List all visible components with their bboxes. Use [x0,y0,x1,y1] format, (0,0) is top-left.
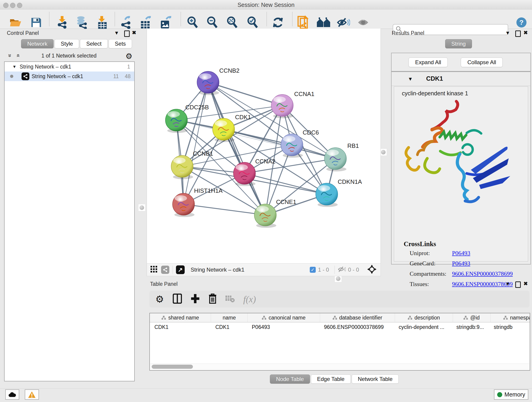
zoom-in-icon[interactable] [186,16,198,30]
table-options-gear-icon[interactable]: ⚙ [155,294,164,305]
table-panel-float-icon[interactable] [515,281,521,288]
tab-sets[interactable]: Sets [109,39,132,48]
crosslink-value-link[interactable]: P06493 [452,250,470,256]
svg-text:?: ? [519,19,524,26]
tab-network-table[interactable]: Network Table [352,375,399,384]
column-header-shared-name[interactable]: shared name [150,313,211,322]
results-panel-close-icon[interactable]: ✖ [524,30,528,36]
expand-all-button[interactable]: Expand All [409,57,448,67]
open-session-icon[interactable] [10,17,22,28]
export-image-icon[interactable] [160,16,172,30]
table-cell: stringdb [489,322,530,332]
control-panel-menu-icon[interactable]: ▼ [114,30,119,36]
column-header--id[interactable]: @id [453,313,491,322]
cloud-icon [8,392,17,397]
zoom-fit-icon[interactable] [226,16,238,30]
tab-style[interactable]: Style [55,39,79,48]
tab-string[interactable]: String [445,39,472,48]
network-edge[interactable] [208,82,265,215]
control-panel-float-icon[interactable] [124,31,130,37]
create-column-icon[interactable] [191,294,200,305]
grid-view-icon[interactable] [151,266,157,274]
column-header-canonical-name[interactable]: canonical name [248,313,320,322]
network-node-cdc25b[interactable] [165,109,187,133]
control-panel-close-icon[interactable]: ✖ [132,30,136,36]
warning-status-button[interactable] [25,389,39,400]
apply-layout-icon[interactable] [272,17,284,29]
tab-network[interactable]: Network [21,39,54,48]
table-panel-menu-icon[interactable]: ▼ [505,281,510,287]
table-row[interactable]: CDK1CDK1P064939606.ENSP00000378699cyclin… [150,322,530,332]
column-header-database-identifier[interactable]: database identifier [320,313,395,322]
network-label: String Network – cdk1 [32,73,114,80]
column-header-namespace[interactable]: namespace [491,313,530,322]
network-icon-gray[interactable] [161,266,169,274]
network-edge[interactable] [184,82,208,204]
tab-node-table[interactable]: Node Table [270,375,310,384]
show-all-icon[interactable] [357,17,370,28]
network-node-ccna2[interactable] [234,162,255,186]
collapse-all-button[interactable]: Collapse All [461,57,503,67]
network-node-cdc6[interactable] [281,134,303,158]
memory-status-button[interactable]: Memory [494,389,528,400]
network-collection-row[interactable]: ▼ String Network – cdk1 1 [5,62,134,71]
scrollbar-thumb[interactable] [152,365,193,369]
cloud-status-button[interactable] [5,389,19,400]
network-list: ▼ String Network – cdk1 1 String Network… [4,61,135,381]
minimize-window-button[interactable] [10,3,15,8]
results-entry-header[interactable]: ▼ CDK1 [392,72,530,86]
table-horizontal-scrollbar[interactable] [150,364,529,370]
network-edge[interactable] [208,82,282,105]
column-header-description[interactable]: description [395,313,453,322]
network-row[interactable]: String Network – cdk1 11 48 [5,71,134,81]
show-columns-icon[interactable] [173,294,182,305]
clone-network-icon[interactable] [297,16,309,30]
column-header-name[interactable]: name [211,313,248,322]
table-panel-title: Table Panel [150,281,177,287]
hide-selected-icon[interactable] [337,17,350,29]
zoom-selected-icon[interactable] [247,16,259,30]
zoom-out-icon[interactable] [206,16,218,30]
results-panel-menu-icon[interactable]: ▼ [505,30,510,36]
export-table-icon[interactable] [140,16,152,30]
birdseye-view-icon[interactable]: ↗ [176,265,185,274]
control-panel-title: Control Panel [7,30,39,36]
node-label-hist1h1a: HIST1H1A [194,187,223,194]
delete-column-icon[interactable] [209,293,217,305]
tab-select[interactable]: Select [80,39,108,48]
import-network-from-database-icon[interactable] [75,16,88,30]
network-status-dot [10,75,13,78]
tab-edge-table[interactable]: Edge Table [311,375,351,384]
network-node-cdkn1a[interactable] [316,183,338,207]
left-splitter-handle[interactable] [138,204,146,211]
entry-collapse-icon[interactable]: ▼ [408,76,413,82]
network-node-hist1h1a[interactable] [172,193,195,217]
import-table-icon[interactable] [97,16,107,30]
network-view-canvas[interactable]: CCNB2CCNA1CDC25BCDK1CDC6RB1CCNB1CCNA2CDK… [147,29,381,263]
network-node-rb1[interactable] [324,148,346,172]
network-node-ccna1[interactable] [271,95,293,118]
zoom-window-button[interactable] [17,3,22,8]
crosslink-value-link[interactable]: 9606.ENSP00000378699 [452,270,513,277]
first-neighbors-icon[interactable] [317,17,331,29]
network-node-ccnb1[interactable] [171,155,193,179]
collection-expand-icon[interactable]: ▼ [12,64,17,69]
import-network-icon[interactable] [57,16,68,30]
results-panel-float-icon[interactable] [515,31,521,37]
selected-checkbox-icon[interactable]: ✓ [310,267,316,273]
network-options-gear-icon[interactable]: ⚙ [126,51,133,61]
network-edge[interactable] [184,204,265,215]
network-node-ccne1[interactable] [254,204,276,228]
entry-description: cyclin-dependent kinase 1 [402,90,468,97]
help-icon[interactable]: ? [516,17,527,29]
crosslink-value-link[interactable]: P06493 [452,260,470,267]
close-window-button[interactable] [3,3,8,8]
export-network-icon[interactable] [120,16,132,30]
table-cell: P06493 [247,322,319,332]
fit-selected-crosshair-icon[interactable] [367,265,376,275]
node-table[interactable]: shared namenamecanonical namedatabase id… [149,313,530,370]
table-panel-close-icon[interactable]: ✖ [524,281,528,287]
network-node-cdk1[interactable] [213,118,234,142]
save-session-icon[interactable] [31,17,41,28]
results-panel-title: Results Panel [392,30,424,36]
